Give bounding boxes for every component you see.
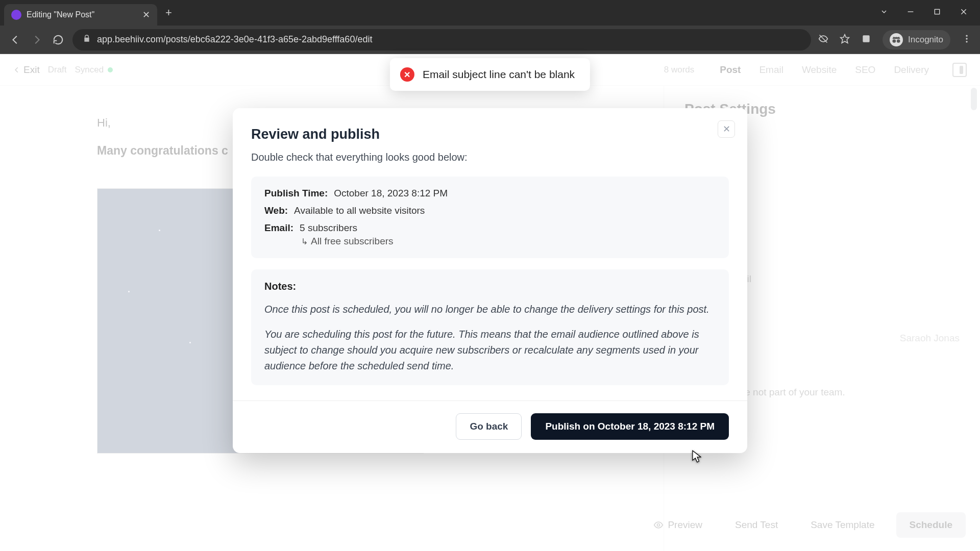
notes-block: Notes: Once this post is scheduled, you …	[251, 269, 729, 385]
maximize-icon[interactable]	[933, 8, 941, 18]
browser-tab-strip: Editing "New Post" ✕ +	[0, 0, 980, 26]
notes-title: Notes:	[264, 281, 716, 292]
publish-info-block: Publish Time: October 18, 2023 8:12 PM W…	[251, 177, 729, 258]
favicon-icon	[11, 10, 21, 20]
close-tab-icon[interactable]: ✕	[142, 9, 150, 20]
email-label: Email:	[264, 222, 293, 234]
browser-tab[interactable]: Editing "New Post" ✕	[4, 4, 157, 26]
cursor-icon	[692, 450, 701, 463]
publish-time-label: Publish Time:	[264, 188, 328, 199]
svg-point-10	[966, 38, 967, 39]
close-window-icon[interactable]	[960, 8, 968, 18]
incognito-icon	[890, 33, 903, 46]
svg-point-11	[966, 41, 967, 42]
go-back-button[interactable]: Go back	[456, 413, 522, 440]
tab-title: Editing "New Post"	[27, 10, 137, 19]
publish-time-value: October 18, 2023 8:12 PM	[334, 188, 448, 199]
svg-point-8	[897, 39, 900, 43]
publish-button[interactable]: Publish on October 18, 2023 8:12 PM	[531, 413, 729, 440]
url-text: app.beehiiv.com/posts/ebc6a222-3e0e-41f3…	[97, 34, 372, 45]
star-icon[interactable]	[840, 34, 850, 46]
email-value: 5 subscribers	[300, 222, 357, 234]
modal-actions: Go back Publish on October 18, 2023 8:12…	[233, 400, 747, 440]
web-label: Web:	[264, 205, 288, 216]
email-subgroup: ↳ All free subscribers	[301, 236, 716, 247]
extension-icon[interactable]	[861, 34, 871, 46]
web-value: Available to all website visitors	[294, 205, 425, 216]
incognito-label: Incognito	[908, 35, 943, 45]
modal-title: Review and publish	[251, 127, 729, 142]
menu-icon[interactable]	[962, 34, 972, 46]
address-bar[interactable]: app.beehiiv.com/posts/ebc6a222-3e0e-41f3…	[72, 29, 811, 51]
arrow-sub-icon: ↳	[301, 237, 308, 246]
error-toast: ✕ Email subject line can't be blank	[390, 58, 590, 91]
notes-paragraph: Once this post is scheduled, you will no…	[264, 302, 716, 317]
modal-subtitle: Double check that everything looks good …	[251, 152, 729, 163]
forward-icon[interactable]	[30, 33, 44, 47]
new-tab-button[interactable]: +	[165, 6, 172, 19]
eye-off-icon[interactable]	[818, 34, 828, 46]
back-icon[interactable]	[8, 33, 22, 47]
svg-point-7	[893, 39, 896, 43]
app-root: Exit Draft Synced 8 words Post Email Web…	[0, 54, 980, 551]
svg-marker-5	[841, 34, 849, 43]
browser-toolbar: app.beehiiv.com/posts/ebc6a222-3e0e-41f3…	[0, 26, 980, 54]
chevron-down-icon[interactable]	[880, 8, 888, 18]
close-modal-button[interactable]: ✕	[718, 120, 735, 138]
incognito-indicator[interactable]: Incognito	[883, 30, 950, 49]
reload-icon[interactable]	[51, 33, 65, 47]
svg-rect-6	[863, 35, 869, 42]
svg-point-9	[966, 35, 967, 36]
svg-rect-1	[935, 9, 939, 14]
toast-text: Email subject line can't be blank	[423, 68, 575, 81]
minimize-icon[interactable]	[906, 8, 915, 18]
email-sub-value: All free subscribers	[311, 236, 394, 247]
notes-paragraph: You are scheduling this post for the fut…	[264, 327, 716, 374]
lock-icon	[83, 34, 91, 45]
error-icon: ✕	[400, 67, 414, 82]
window-controls	[880, 8, 980, 18]
review-publish-modal: ✕ Review and publish Double check that e…	[233, 108, 747, 453]
